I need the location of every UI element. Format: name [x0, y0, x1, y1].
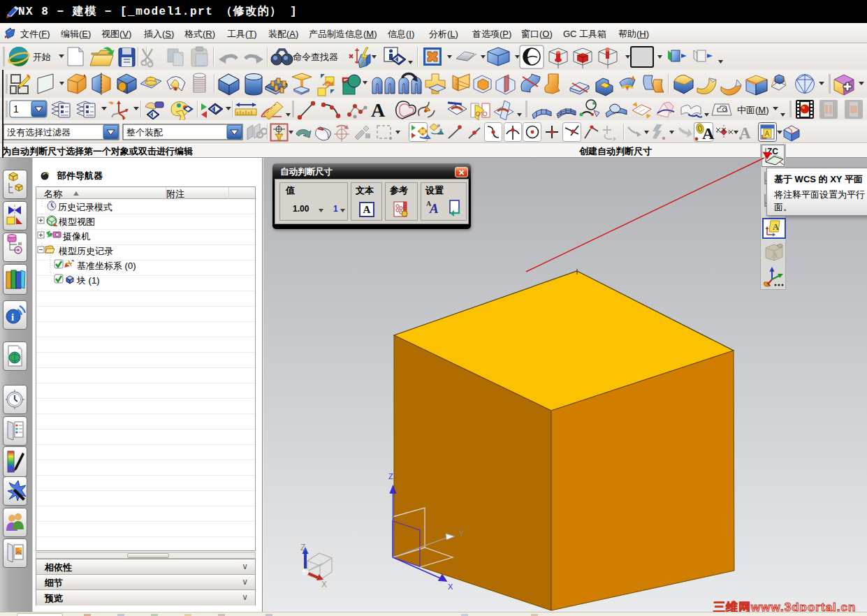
svg-text:A: A	[371, 99, 386, 120]
svg-text:A: A	[702, 124, 715, 142]
svg-text:Z: Z	[388, 472, 393, 481]
svg-text:A: A	[773, 222, 779, 232]
svg-text:X: X	[448, 582, 453, 591]
svg-text:1: 1	[13, 103, 19, 115]
svg-text:ZC: ZC	[767, 147, 778, 156]
svg-text:X: X	[321, 580, 327, 589]
svg-text:Y: Y	[459, 529, 465, 538]
svg-text:A: A	[771, 249, 778, 260]
svg-text:i: i	[11, 311, 14, 323]
svg-text:Z: Z	[300, 543, 305, 552]
